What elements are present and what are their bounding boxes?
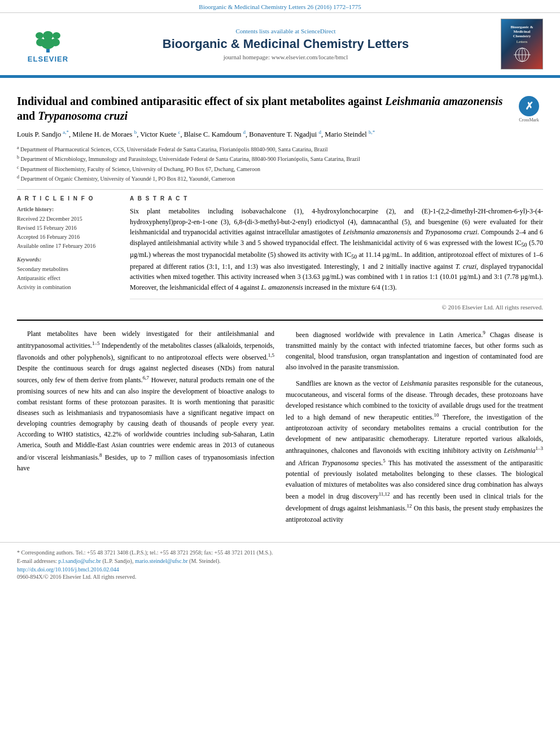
- accepted-date: Accepted 16 February 2016: [17, 233, 119, 242]
- article-info-abstract: A R T I C L E I N F O Article history: R…: [17, 189, 543, 310]
- received-date: Received 22 December 2015: [17, 215, 119, 224]
- available-date: Available online 17 February 2016: [17, 242, 119, 251]
- svg-point-6: [53, 32, 60, 39]
- contents-line: Contents lists available at ScienceDirec…: [79, 28, 492, 34]
- revised-date: Revised 15 February 2016: [17, 224, 119, 233]
- doi-link[interactable]: http://dx.doi.org/10.1016/j.bmcl.2016.02…: [17, 566, 119, 573]
- affiliation-b: b Department of Microbiology, Immunology…: [17, 154, 543, 164]
- body-col-right: been diagnosed worldwide with prevalence…: [286, 329, 543, 531]
- contents-label: Contents lists available at: [235, 28, 299, 34]
- keyword-1: Secondary metabolites: [17, 265, 119, 274]
- body-col-left: Plant metabolites have been widely inves…: [17, 329, 274, 531]
- crossmark-icon: ✗: [519, 96, 539, 116]
- body-section: Plant metabolites have been widely inves…: [17, 320, 543, 531]
- body-para-2: been diagnosed worldwide with prevalence…: [286, 329, 543, 373]
- article-title: Individual and combined antiparasitic ef…: [17, 94, 509, 123]
- keywords-label: Keywords:: [17, 256, 119, 263]
- main-content: Individual and combined antiparasitic ef…: [0, 78, 560, 531]
- journal-top-bar: Bioorganic & Medicinal Chemistry Letters…: [0, 0, 560, 13]
- authors-line: Louis P. Sandjo a,*, Milene H. de Moraes…: [17, 129, 543, 140]
- corresponding-note: * Corresponding authors. Tel.: +55 48 37…: [17, 549, 543, 556]
- journal-header: ELSEVIER Contents lists available at Sci…: [0, 13, 560, 76]
- page-footer: * Corresponding authors. Tel.: +55 48 37…: [0, 542, 560, 584]
- article-title-row: Individual and combined antiparasitic ef…: [17, 94, 543, 123]
- crossmark-label: CrossMark: [519, 117, 539, 123]
- journal-cover-area: Bioorganic & Medicinal Chemistry Letters: [492, 19, 543, 69]
- abstract-text: Six plant metabolites including isobavac…: [130, 206, 543, 292]
- body-columns: Plant metabolites have been widely inves…: [17, 329, 543, 531]
- affiliation-d: d Department of Organic Chemistry, Unive…: [17, 174, 543, 184]
- affiliation-a: a Department of Pharmaceutical Sciences,…: [17, 145, 543, 154]
- svg-point-5: [36, 32, 43, 39]
- issn-line: 0960-894X/© 2016 Elsevier Ltd. All right…: [17, 574, 543, 580]
- doi-line[interactable]: http://dx.doi.org/10.1016/j.bmcl.2016.02…: [17, 566, 543, 573]
- keyword-2: Antiparasitic effect: [17, 274, 119, 283]
- email-link-sandjo[interactable]: p.l.sandjo@ufsc.br: [58, 558, 101, 564]
- email-name-sandjo: (L.P. Sandjo),: [102, 558, 135, 564]
- body-para-1: Plant metabolites have been widely inves…: [17, 329, 274, 474]
- svg-point-3: [51, 38, 60, 46]
- article-history: Article history: Received 22 December 20…: [17, 206, 119, 251]
- svg-point-2: [36, 38, 45, 46]
- keyword-3: Activity in combination: [17, 283, 119, 292]
- crossmark-area: ✗ CrossMark: [515, 96, 543, 123]
- journal-homepage: journal homepage: www.elsevier.com/locat…: [79, 54, 492, 60]
- elsevier-logo-area: ELSEVIER: [17, 25, 79, 63]
- affiliations: a Department of Pharmaceutical Sciences,…: [17, 145, 543, 184]
- sciencedirect-link[interactable]: ScienceDirect: [301, 28, 336, 34]
- article-info-header: A R T I C L E I N F O: [17, 195, 119, 202]
- email-note: E-mail addresses: p.l.sandjo@ufsc.br (L.…: [17, 558, 543, 564]
- copyright-line: © 2016 Elsevier Ltd. All rights reserved…: [130, 299, 543, 311]
- article-info-col: A R T I C L E I N F O Article history: R…: [17, 195, 119, 310]
- elsevier-logo: ELSEVIER: [17, 25, 79, 63]
- journal-title-area: Contents lists available at ScienceDirec…: [79, 28, 492, 60]
- email-link-steindel[interactable]: mario.steindel@ufsc.br: [135, 558, 188, 564]
- history-label: Article history:: [17, 206, 119, 212]
- journal-citation: Bioorganic & Medicinal Chemistry Letters…: [199, 3, 361, 10]
- svg-point-4: [43, 31, 53, 40]
- journal-cover: Bioorganic & Medicinal Chemistry Letters: [501, 19, 543, 69]
- elsevier-name: ELSEVIER: [28, 55, 68, 63]
- abstract-header: A B S T R A C T: [130, 195, 543, 202]
- email-name-steindel: (M. Steindel).: [189, 558, 221, 564]
- journal-title: Bioorganic & Medicinal Chemistry Letters: [79, 37, 492, 51]
- body-para-3: Sandflies are known as the vector of Lei…: [286, 378, 543, 525]
- affiliation-c: c Department of Biochemistry, Faculty of…: [17, 164, 543, 174]
- elsevier-tree-icon: [28, 25, 68, 54]
- keywords-section: Keywords: Secondary metabolites Antipara…: [17, 256, 119, 292]
- abstract-col: A B S T R A C T Six plant metabolites in…: [130, 195, 543, 310]
